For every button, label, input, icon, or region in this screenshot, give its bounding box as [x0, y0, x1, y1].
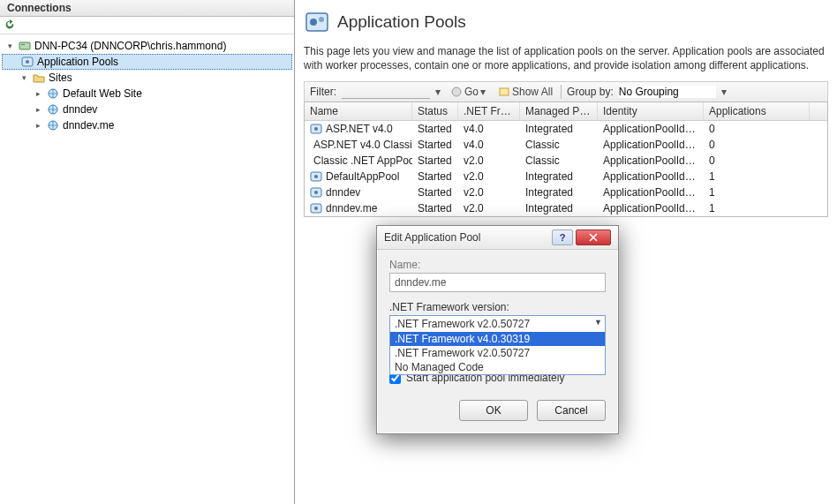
globe-icon — [46, 102, 60, 117]
svg-point-23 — [314, 207, 318, 210]
tree-sites-node[interactable]: ▾ Sites — [2, 70, 292, 86]
col-net[interactable]: .NET Fram... — [458, 102, 520, 120]
connections-toolbar — [0, 17, 294, 34]
tree-label: dnndev — [63, 103, 97, 116]
server-icon — [18, 39, 32, 53]
table-row[interactable]: ASP.NET v4.0 ClassicStartedv4.0ClassicAp… — [305, 137, 827, 153]
table-row[interactable]: dnndev.meStartedv2.0IntegratedApplicatio… — [305, 200, 827, 216]
col-pipe[interactable]: Managed Pipel... — [520, 102, 598, 120]
version-option[interactable]: No Managed Code — [390, 360, 605, 374]
page-description: This page lets you view and manage the l… — [304, 44, 828, 72]
svg-point-8 — [310, 19, 317, 26]
col-status[interactable]: Status — [412, 102, 458, 120]
expand-icon[interactable]: ▸ — [34, 105, 43, 115]
table-row[interactable]: dnndevStartedv2.0IntegratedApplicationPo… — [305, 184, 827, 200]
tree-label: Sites — [49, 71, 72, 84]
page-title: Application Pools — [337, 12, 466, 32]
version-option[interactable]: .NET Framework v2.0.50727 — [390, 346, 605, 360]
connections-header: Connections — [0, 0, 294, 17]
dialog-title: Edit Application Pool — [384, 231, 480, 244]
help-button[interactable]: ? — [552, 229, 573, 245]
svg-point-21 — [314, 191, 318, 194]
col-name[interactable]: Name — [305, 102, 412, 120]
globe-icon — [46, 87, 60, 101]
col-identity[interactable]: Identity — [598, 102, 704, 120]
folder-icon — [32, 71, 46, 85]
svg-point-9 — [319, 17, 324, 22]
expand-icon[interactable]: ▸ — [34, 121, 43, 131]
svg-point-3 — [26, 60, 29, 64]
version-dropdown-list: .NET Framework v4.0.30319 .NET Framework… — [389, 332, 606, 375]
name-label: Name: — [389, 259, 606, 271]
filter-dropdown-icon[interactable]: ▾ — [435, 86, 442, 98]
tree-site-item[interactable]: ▸ Default Web Site — [2, 86, 292, 102]
table-row[interactable]: DefaultAppPoolStartedv2.0IntegratedAppli… — [305, 169, 827, 184]
page-header: Application Pools — [304, 5, 828, 44]
globe-icon — [46, 118, 60, 132]
col-apps[interactable]: Applications — [704, 102, 810, 120]
svg-point-13 — [314, 127, 318, 131]
groupby-select[interactable] — [619, 86, 716, 98]
edit-apppool-dialog: Edit Application Pool ? Name: .NET Frame… — [376, 225, 619, 434]
table-row[interactable]: ASP.NET v4.0Startedv4.0IntegratedApplica… — [305, 121, 827, 137]
dialog-titlebar[interactable]: Edit Application Pool ? — [377, 226, 618, 250]
filter-toolbar: Filter: ▾ Go ▾ Show All Group by: ▾ — [304, 81, 828, 102]
expand-icon[interactable]: ▸ — [34, 89, 43, 99]
name-field — [389, 273, 606, 292]
svg-point-19 — [314, 175, 318, 178]
connections-panel: Connections ▾ DNN-PC34 (DNNCORP\chris.ha… — [0, 0, 295, 504]
apppools-table: Name Status .NET Fram... Managed Pipel..… — [304, 102, 828, 217]
version-select[interactable]: .NET Framework v2.0.50727 — [389, 315, 606, 333]
cancel-button[interactable]: Cancel — [537, 400, 606, 421]
table-row[interactable]: Classic .NET AppPoolStartedv2.0ClassicAp… — [305, 153, 827, 169]
table-header: Name Status .NET Fram... Managed Pipel..… — [305, 102, 827, 121]
tree-site-item[interactable]: ▸ dnndev.me — [2, 117, 292, 133]
go-button[interactable]: Go ▾ — [448, 85, 490, 99]
tree-label: DNN-PC34 (DNNCORP\chris.hammond) — [34, 40, 226, 52]
connections-tree: ▾ DNN-PC34 (DNNCORP\chris.hammond) Appli… — [0, 34, 294, 137]
svg-point-10 — [452, 87, 461, 96]
filter-label: Filter: — [310, 86, 336, 98]
tree-server-node[interactable]: ▾ DNN-PC34 (DNNCORP\chris.hammond) — [2, 38, 292, 54]
groupby-dropdown-icon[interactable]: ▾ — [721, 86, 728, 98]
svg-rect-11 — [500, 88, 509, 95]
close-button[interactable] — [576, 229, 611, 245]
filter-input[interactable] — [342, 86, 430, 99]
tree-apppools-node[interactable]: Application Pools — [2, 54, 292, 70]
tree-label: Application Pools — [37, 56, 118, 68]
collapse-icon[interactable]: ▾ — [5, 41, 15, 51]
apppools-big-icon — [304, 9, 330, 35]
tree-label: dnndev.me — [63, 119, 114, 132]
apppools-icon — [20, 55, 34, 69]
svg-rect-0 — [19, 42, 30, 49]
svg-rect-1 — [21, 44, 25, 45]
ok-button[interactable]: OK — [459, 400, 528, 421]
tree-site-item[interactable]: ▸ dnndev — [2, 102, 292, 117]
version-label: .NET Framework version: — [389, 301, 606, 313]
collapse-icon[interactable]: ▾ — [19, 73, 29, 83]
showall-button[interactable]: Show All — [495, 85, 555, 99]
groupby-label: Group by: — [567, 86, 614, 98]
tree-label: Default Web Site — [63, 87, 142, 100]
version-option[interactable]: .NET Framework v4.0.30319 — [390, 332, 605, 346]
refresh-icon[interactable] — [4, 19, 16, 31]
